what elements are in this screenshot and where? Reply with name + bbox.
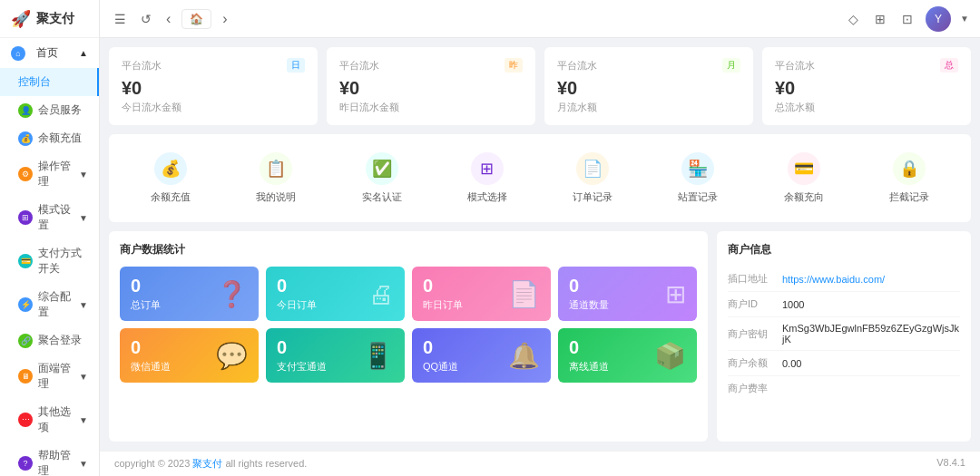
sidebar-item-help[interactable]: ? 帮助管理 ▼	[0, 442, 99, 476]
stat-yesterday-badge: 昨	[505, 58, 523, 73]
tab-home[interactable]: 🏠	[181, 9, 211, 29]
merchant-info-panel: 商户信息 插口地址 https://www.baidu.com/ 商户ID 10…	[717, 231, 971, 442]
total-orders-num: 0	[131, 276, 161, 296]
stat-offline: 0 离线通道 📦	[558, 328, 697, 383]
chevron-icon3: ▼	[79, 300, 88, 310]
sidebar-item-other[interactable]: ⋯ 其他选项 ▼	[0, 398, 99, 442]
sidebar-item-recharge[interactable]: 💰 余额充值	[0, 124, 99, 152]
stat-wechat: 0 微信通道 💬	[120, 328, 259, 383]
stats-row: 平台流水 日 ¥0 今日流水金额 平台流水 昨 ¥0 昨日流水金额 平台流水 月	[109, 47, 971, 125]
quick-actions: 💰 余额充值 📋 我的说明 ✅ 实名认证 ⊞ 模式选择 📄 订单记录 🏪 站	[109, 134, 971, 222]
qa-site-label: 站置记录	[678, 190, 718, 204]
sidebar-item-model[interactable]: ⊞ 模式设置 ▼	[0, 196, 99, 239]
sidebar-item-console[interactable]: 控制台	[0, 68, 99, 96]
sidebar-item-member[interactable]: 👤 会员服务	[0, 96, 99, 124]
desk-label: 面端管理	[38, 361, 79, 392]
chevron-icon2: ▼	[79, 213, 88, 223]
offline-num: 0	[569, 337, 609, 358]
channel-count-label: 通道数量	[569, 298, 609, 312]
alipay-num: 0	[277, 337, 327, 358]
nav-prev-icon[interactable]: ‹	[162, 7, 174, 31]
dropdown-icon[interactable]: ▼	[960, 14, 969, 24]
topbar-tabs: 🏠	[181, 9, 211, 29]
console-label: 控制台	[18, 74, 51, 90]
stat-today-label: 今日流水金额	[122, 101, 305, 114]
sidebar-item-composite[interactable]: ⚡ 综合配置 ▼	[0, 283, 99, 326]
footer: copyright © 2023 聚支付 all rights reserved…	[100, 451, 980, 476]
other-label: 其他选项	[38, 404, 79, 435]
total-orders-icon: ❓	[216, 279, 248, 309]
app-name: 聚支付	[36, 11, 74, 27]
merchant-info-title: 商户信息	[728, 242, 960, 257]
qa-orders-label: 订单记录	[573, 190, 612, 204]
qa-intercept[interactable]: 🔒 拦截记录	[860, 147, 958, 209]
offline-label: 离线通道	[569, 360, 609, 374]
stat-card-total: 平台流水 总 ¥0 总流水额	[762, 47, 971, 125]
chevron-up-icon: ▲	[79, 48, 88, 58]
qa-topup-label: 余额充向	[784, 190, 824, 204]
refresh-icon[interactable]: ↺	[137, 8, 155, 30]
stat-qq: 0 QQ通道 🔔	[412, 328, 551, 383]
qa-intercept-icon: 🔒	[893, 152, 926, 185]
user-avatar[interactable]: Y	[926, 6, 951, 32]
qa-site[interactable]: 🏪 站置记录	[649, 147, 747, 209]
chevron-icon4: ▼	[79, 372, 88, 382]
qa-model[interactable]: ⊞ 模式选择	[438, 147, 536, 209]
info-row-rate: 商户费率	[728, 376, 960, 401]
stat-total-orders: 0 总订单 ❓	[120, 267, 259, 321]
model-icon: ⊞	[18, 210, 33, 225]
model-label: 模式设置	[38, 202, 79, 233]
other-icon: ⋯	[18, 413, 33, 427]
sidebar-item-operation[interactable]: ⚙ 操作管理 ▼	[0, 152, 99, 196]
info-row-id: 商户ID 1000	[728, 292, 960, 317]
fullscreen-icon[interactable]: ⊞	[871, 8, 889, 30]
qa-verify-icon: ✅	[366, 152, 398, 185]
sidebar-item-aggregate[interactable]: 🔗 聚合登录	[0, 326, 99, 355]
qa-recharge[interactable]: 💰 余额充值	[122, 147, 220, 209]
payment-icon: 💳	[18, 254, 33, 268]
lock-icon[interactable]: ⊡	[898, 8, 916, 30]
merchant-stats-panel: 商户数据统计 0 总订单 ❓ 0 今日订单 🖨	[109, 231, 708, 442]
qa-orders-icon: 📄	[576, 152, 609, 185]
yesterday-orders-label: 昨日订单	[423, 298, 463, 312]
qa-verify-label: 实名认证	[362, 190, 402, 204]
member-icon: 👤	[18, 103, 33, 118]
topbar: ☰ ↺ ‹ 🏠 › ◇ ⊞ ⊡ Y ▼	[100, 0, 980, 38]
info-val-url: https://www.baidu.com/	[782, 274, 960, 285]
qa-mine[interactable]: 📋 我的说明	[227, 147, 325, 209]
payment-label: 支付方式开关	[38, 246, 88, 277]
stat-card-yesterday: 平台流水 昨 ¥0 昨日流水金额	[327, 47, 535, 125]
nav-next-icon[interactable]: ›	[219, 7, 230, 31]
desk-icon: 🖥	[18, 369, 33, 384]
qa-recharge-label: 余额充值	[151, 190, 191, 204]
content-area: 平台流水 日 ¥0 今日流水金额 平台流水 昨 ¥0 昨日流水金额 平台流水 月	[100, 38, 980, 451]
info-val-id: 1000	[782, 299, 960, 310]
recharge-icon: 💰	[18, 131, 33, 146]
order-stats-grid: 0 总订单 ❓ 0 今日订单 🖨 0	[120, 267, 697, 321]
stat-card-today: 平台流水 日 ¥0 今日流水金额	[109, 47, 318, 125]
brand-link[interactable]: 聚支付	[192, 458, 222, 469]
sidebar-item-desk[interactable]: 🖥 面端管理 ▼	[0, 355, 99, 398]
stat-month-title: 平台流水	[557, 59, 597, 73]
qa-recharge-icon: 💰	[154, 152, 187, 185]
operation-icon: ⚙	[18, 167, 33, 181]
aggregate-label: 聚合登录	[38, 333, 82, 348]
notification-icon[interactable]: ◇	[845, 8, 862, 30]
qa-topup[interactable]: 💳 余额充向	[755, 147, 853, 209]
chevron-icon: ▼	[79, 170, 88, 180]
stat-yesterday-orders: 0 昨日订单 📄	[412, 267, 551, 321]
stat-month-amount: ¥0	[557, 78, 740, 99]
qq-icon: 🔔	[508, 341, 540, 371]
collapse-icon[interactable]: ☰	[111, 8, 130, 30]
info-key-key: 商户密钥	[728, 327, 782, 341]
sidebar-item-payment[interactable]: 💳 支付方式开关	[0, 239, 99, 283]
qa-verify[interactable]: ✅ 实名认证	[333, 147, 431, 209]
sidebar-home-header[interactable]: ⌂ 首页 ▲	[0, 38, 99, 68]
stat-today-amount: ¥0	[122, 78, 305, 99]
qa-topup-icon: 💳	[788, 152, 820, 185]
qa-orders[interactable]: 📄 订单记录	[544, 147, 642, 209]
stat-total-title: 平台流水	[775, 59, 815, 73]
stat-today-title: 平台流水	[122, 59, 162, 73]
composite-label: 综合配置	[38, 289, 79, 320]
stat-total-badge: 总	[940, 58, 958, 73]
